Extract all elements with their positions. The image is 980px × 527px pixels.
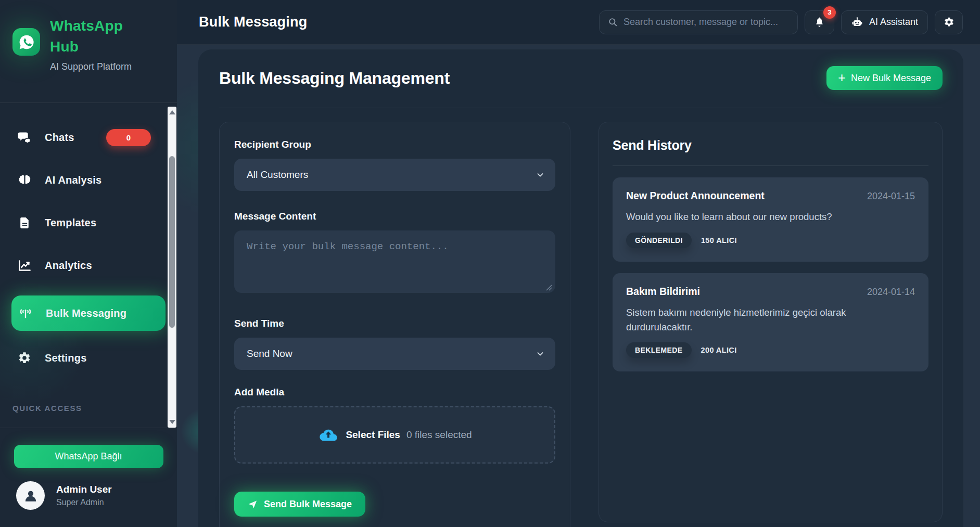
document-icon xyxy=(17,215,32,230)
history-item[interactable]: Bakım Bildirimi 2024-01-14 Sistem bakımı… xyxy=(613,273,928,372)
add-media-label: Add Media xyxy=(234,387,555,398)
send-history-card: Send History New Product Announcement 20… xyxy=(599,122,943,522)
history-item-message: Would you like to learn about our new pr… xyxy=(626,210,897,224)
robot-icon xyxy=(851,16,863,29)
history-item-date: 2024-01-15 xyxy=(867,191,915,202)
page-title: Bulk Messaging xyxy=(199,14,307,30)
files-selected-text: 0 files selected xyxy=(406,429,472,441)
send-history-title: Send History xyxy=(613,138,928,153)
broadcast-icon xyxy=(18,305,33,321)
ai-assistant-label: AI Assistant xyxy=(869,17,918,28)
sidebar-item-label: Chats xyxy=(45,132,74,144)
recipient-group-label: Recipient Group xyxy=(234,139,555,150)
send-time-label: Send Time xyxy=(234,318,555,329)
scrollbar-up-arrow[interactable] xyxy=(168,108,176,117)
panel-header: Bulk Messaging Management + New Bulk Mes… xyxy=(198,49,963,90)
send-bulk-message-button[interactable]: Send Bulk Message xyxy=(234,492,365,517)
whatsapp-logo-icon xyxy=(12,28,40,56)
chevron-down-icon xyxy=(536,170,545,179)
history-item-title: Bakım Bildirimi xyxy=(626,286,700,298)
user-text: Admin User Super Admin xyxy=(56,484,112,507)
ai-assistant-button[interactable]: AI Assistant xyxy=(841,10,928,34)
brand-subtitle: AI Support Platform xyxy=(50,61,132,72)
main-area: Bulk Messaging 3 xyxy=(177,0,980,527)
sidebar-scrollbar[interactable] xyxy=(168,107,176,428)
whatsapp-connected-button[interactable]: WhatsApp Bağlı xyxy=(14,445,163,468)
scrollbar-down-arrow[interactable] xyxy=(168,417,176,427)
sidebar-item-chats[interactable]: Chats 0 xyxy=(12,125,164,150)
person-icon xyxy=(22,487,40,505)
sidebar: WhatsApp Hub AI Support Platform Chats 0 xyxy=(0,0,177,527)
section-heading: Bulk Messaging Management xyxy=(219,69,450,88)
notification-count-badge: 3 xyxy=(823,6,836,19)
recipient-group-select[interactable]: All Customers xyxy=(234,159,555,191)
brain-icon xyxy=(17,172,32,188)
search-icon xyxy=(608,17,618,27)
compose-form-card: Recipient Group All Customers Message Co… xyxy=(219,122,570,527)
content-area: Bulk Messaging Management + New Bulk Mes… xyxy=(177,45,980,527)
sidebar-item-label: Bulk Messaging xyxy=(46,307,126,319)
chevron-down-icon xyxy=(536,349,545,358)
chats-count-badge: 0 xyxy=(106,129,151,146)
search-input[interactable] xyxy=(623,17,790,28)
sidebar-item-settings[interactable]: Settings xyxy=(12,345,164,370)
status-badge: GÖNDERILDI xyxy=(626,233,692,248)
scrollbar-thumb[interactable] xyxy=(169,156,175,328)
chat-bubbles-icon xyxy=(17,130,32,145)
select-files-label: Select Files xyxy=(346,429,400,441)
recipient-group-value: All Customers xyxy=(247,169,308,181)
user-profile[interactable]: Admin User Super Admin xyxy=(16,481,177,510)
bell-icon xyxy=(814,17,825,28)
send-history-divider xyxy=(613,165,928,166)
chart-line-icon xyxy=(17,258,32,273)
bulk-messaging-panel: Bulk Messaging Management + New Bulk Mes… xyxy=(198,49,963,527)
history-item-date: 2024-01-14 xyxy=(867,287,915,298)
notifications-button[interactable]: 3 xyxy=(805,10,834,34)
quick-access-label: QUICK ACCESS xyxy=(12,404,177,413)
gear-icon xyxy=(17,350,32,366)
sidebar-item-label: AI Analysis xyxy=(45,174,101,186)
new-bulk-message-button[interactable]: + New Bulk Message xyxy=(826,66,943,90)
sidebar-item-label: Settings xyxy=(45,352,87,364)
search-box xyxy=(599,10,798,34)
topbar-controls: 3 AI Assistant xyxy=(599,10,963,34)
paper-plane-icon xyxy=(248,499,258,509)
brand-block: WhatsApp Hub AI Support Platform xyxy=(0,0,177,103)
status-badge: BEKLEMEDE xyxy=(626,342,692,358)
brand-title: WhatsApp Hub xyxy=(50,16,128,57)
message-content-label: Message Content xyxy=(234,211,555,222)
resize-grip[interactable] xyxy=(546,285,552,291)
user-role: Super Admin xyxy=(56,498,112,507)
cloud-upload-icon xyxy=(317,424,339,446)
message-textarea-wrap xyxy=(234,230,555,295)
sidebar-item-label: Analytics xyxy=(45,260,92,272)
sidebar-footer: WhatsApp Bağlı Admin User Super Admin xyxy=(0,428,177,527)
sidebar-item-templates[interactable]: Templates xyxy=(12,210,164,235)
send-bulk-message-label: Send Bulk Message xyxy=(264,499,352,510)
gear-icon xyxy=(944,17,954,28)
history-item-message: Sistem bakımı nedeniyle hizmetlerimiz ge… xyxy=(626,305,897,335)
file-upload-dropzone[interactable]: Select Files 0 files selected xyxy=(234,406,555,464)
plus-icon: + xyxy=(838,71,846,84)
settings-button[interactable] xyxy=(935,10,963,34)
send-time-value: Send Now xyxy=(247,348,292,359)
sidebar-nav: Chats 0 AI Analysis xyxy=(0,103,177,370)
recipient-count: 150 ALICI xyxy=(701,236,737,245)
avatar xyxy=(16,481,45,510)
sidebar-item-label: Templates xyxy=(45,217,96,229)
app-window: WhatsApp Hub AI Support Platform Chats 0 xyxy=(0,0,980,527)
history-item-title: New Product Announcement xyxy=(626,190,765,202)
history-item[interactable]: New Product Announcement 2024-01-15 Woul… xyxy=(613,177,928,262)
sidebar-item-ai-analysis[interactable]: AI Analysis xyxy=(12,168,164,192)
new-bulk-message-label: New Bulk Message xyxy=(851,73,931,84)
message-content-input[interactable] xyxy=(234,230,555,293)
panel-columns: Recipient Group All Customers Message Co… xyxy=(198,108,963,527)
sidebar-item-bulk-messaging[interactable]: Bulk Messaging xyxy=(11,295,166,331)
topbar: Bulk Messaging 3 xyxy=(177,0,980,45)
user-name: Admin User xyxy=(56,484,112,495)
send-time-select[interactable]: Send Now xyxy=(234,338,555,370)
brand-text: WhatsApp Hub AI Support Platform xyxy=(50,16,132,102)
recipient-count: 200 ALICI xyxy=(701,346,737,354)
sidebar-item-analytics[interactable]: Analytics xyxy=(12,253,164,278)
whatsapp-glyph xyxy=(18,34,35,50)
